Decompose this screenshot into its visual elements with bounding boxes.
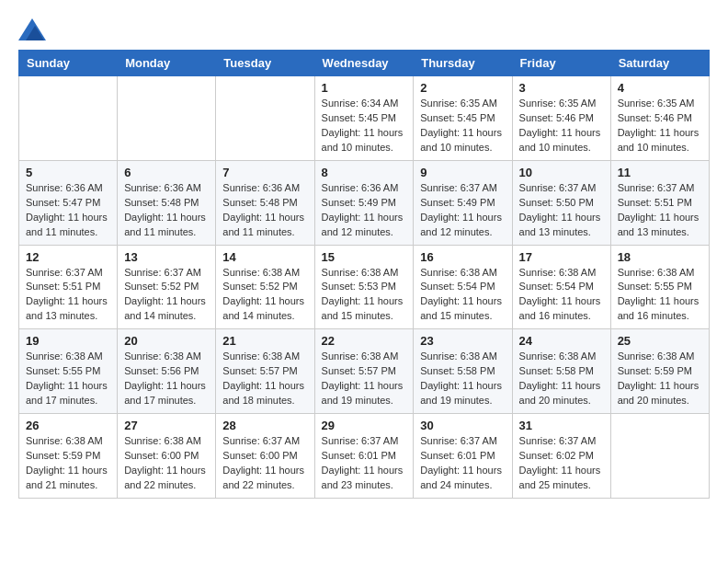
day-info: Sunrise: 6:38 AM Sunset: 5:57 PM Dayligh… [322, 350, 407, 408]
calendar-cell: 7Sunrise: 6:36 AM Sunset: 5:48 PM Daylig… [216, 160, 314, 245]
day-info: Sunrise: 6:38 AM Sunset: 5:57 PM Dayligh… [222, 350, 307, 408]
calendar-cell: 24Sunrise: 6:38 AM Sunset: 5:58 PM Dayli… [512, 329, 610, 414]
day-number: 30 [420, 419, 505, 432]
day-info: Sunrise: 6:36 AM Sunset: 5:48 PM Dayligh… [124, 181, 209, 240]
day-number: 9 [420, 166, 505, 179]
day-info: Sunrise: 6:36 AM Sunset: 5:47 PM Dayligh… [26, 181, 110, 240]
calendar-cell: 18Sunrise: 6:38 AM Sunset: 5:55 PM Dayli… [610, 245, 709, 329]
calendar-cell [19, 76, 118, 161]
calendar-cell: 20Sunrise: 6:38 AM Sunset: 5:56 PM Dayli… [118, 329, 216, 414]
calendar-cell: 31Sunrise: 6:37 AM Sunset: 6:02 PM Dayli… [512, 414, 610, 499]
day-info: Sunrise: 6:38 AM Sunset: 5:54 PM Dayligh… [519, 266, 604, 325]
day-info: Sunrise: 6:37 AM Sunset: 6:02 PM Dayligh… [519, 434, 604, 493]
day-of-week-header: Friday [512, 51, 610, 76]
day-number: 13 [124, 250, 209, 264]
day-number: 15 [322, 250, 407, 264]
day-number: 3 [519, 81, 604, 95]
day-info: Sunrise: 6:38 AM Sunset: 6:00 PM Dayligh… [124, 434, 209, 493]
day-of-week-header: Wednesday [314, 51, 414, 76]
day-info: Sunrise: 6:37 AM Sunset: 5:50 PM Dayligh… [519, 181, 604, 240]
day-of-week-header: Saturday [610, 51, 709, 76]
calendar-cell: 11Sunrise: 6:37 AM Sunset: 5:51 PM Dayli… [610, 160, 709, 245]
day-number: 16 [420, 250, 505, 264]
calendar-week-row: 12Sunrise: 6:37 AM Sunset: 5:51 PM Dayli… [19, 245, 710, 329]
logo [18, 18, 50, 40]
day-number: 22 [322, 334, 407, 348]
calendar-cell: 14Sunrise: 6:38 AM Sunset: 5:52 PM Dayli… [216, 245, 314, 329]
calendar-cell: 28Sunrise: 6:37 AM Sunset: 6:00 PM Dayli… [216, 414, 314, 499]
calendar-cell: 27Sunrise: 6:38 AM Sunset: 6:00 PM Dayli… [118, 414, 216, 499]
calendar-cell: 9Sunrise: 6:37 AM Sunset: 5:49 PM Daylig… [414, 160, 512, 245]
day-number: 24 [519, 334, 604, 348]
calendar-cell: 4Sunrise: 6:35 AM Sunset: 5:46 PM Daylig… [610, 76, 709, 161]
day-number: 28 [222, 419, 307, 432]
day-info: Sunrise: 6:34 AM Sunset: 5:45 PM Dayligh… [322, 97, 407, 155]
day-info: Sunrise: 6:35 AM Sunset: 5:45 PM Dayligh… [420, 97, 505, 155]
day-number: 2 [420, 81, 505, 95]
calendar-cell: 29Sunrise: 6:37 AM Sunset: 6:01 PM Dayli… [314, 414, 414, 499]
day-number: 21 [222, 334, 307, 348]
calendar-cell [118, 76, 216, 161]
calendar-cell: 19Sunrise: 6:38 AM Sunset: 5:55 PM Dayli… [19, 329, 118, 414]
calendar-cell: 22Sunrise: 6:38 AM Sunset: 5:57 PM Dayli… [314, 329, 414, 414]
day-info: Sunrise: 6:38 AM Sunset: 5:59 PM Dayligh… [26, 434, 110, 493]
day-number: 17 [519, 250, 604, 264]
logo-icon [18, 18, 46, 40]
calendar-cell: 13Sunrise: 6:37 AM Sunset: 5:52 PM Dayli… [118, 245, 216, 329]
calendar-cell: 8Sunrise: 6:36 AM Sunset: 5:49 PM Daylig… [314, 160, 414, 245]
page-header [18, 18, 710, 40]
day-number: 31 [519, 419, 604, 432]
calendar-cell: 12Sunrise: 6:37 AM Sunset: 5:51 PM Dayli… [19, 245, 118, 329]
day-info: Sunrise: 6:37 AM Sunset: 5:51 PM Dayligh… [26, 266, 110, 325]
calendar-cell [216, 76, 314, 161]
day-of-week-header: Monday [118, 51, 216, 76]
calendar-cell: 1Sunrise: 6:34 AM Sunset: 5:45 PM Daylig… [314, 76, 414, 161]
day-number: 5 [26, 166, 110, 179]
day-number: 12 [26, 250, 110, 264]
day-info: Sunrise: 6:37 AM Sunset: 5:52 PM Dayligh… [124, 266, 209, 325]
calendar-header-row: SundayMondayTuesdayWednesdayThursdayFrid… [19, 51, 710, 76]
day-info: Sunrise: 6:38 AM Sunset: 5:56 PM Dayligh… [124, 350, 209, 408]
calendar-week-row: 19Sunrise: 6:38 AM Sunset: 5:55 PM Dayli… [19, 329, 710, 414]
day-info: Sunrise: 6:38 AM Sunset: 5:53 PM Dayligh… [322, 266, 407, 325]
calendar-week-row: 1Sunrise: 6:34 AM Sunset: 5:45 PM Daylig… [19, 76, 710, 161]
day-info: Sunrise: 6:38 AM Sunset: 5:55 PM Dayligh… [26, 350, 110, 408]
calendar-cell: 5Sunrise: 6:36 AM Sunset: 5:47 PM Daylig… [19, 160, 118, 245]
day-number: 19 [26, 334, 110, 348]
calendar-cell: 21Sunrise: 6:38 AM Sunset: 5:57 PM Dayli… [216, 329, 314, 414]
day-number: 8 [322, 166, 407, 179]
day-info: Sunrise: 6:36 AM Sunset: 5:48 PM Dayligh… [222, 181, 307, 240]
day-info: Sunrise: 6:38 AM Sunset: 5:58 PM Dayligh… [519, 350, 604, 408]
day-number: 6 [124, 166, 209, 179]
calendar-cell: 30Sunrise: 6:37 AM Sunset: 6:01 PM Dayli… [414, 414, 512, 499]
day-info: Sunrise: 6:37 AM Sunset: 5:51 PM Dayligh… [618, 181, 702, 240]
calendar-week-row: 26Sunrise: 6:38 AM Sunset: 5:59 PM Dayli… [19, 414, 710, 499]
day-info: Sunrise: 6:38 AM Sunset: 5:58 PM Dayligh… [420, 350, 505, 408]
day-number: 18 [618, 250, 702, 264]
day-of-week-header: Thursday [414, 51, 512, 76]
calendar-cell [610, 414, 709, 499]
day-number: 11 [618, 166, 702, 179]
calendar-cell: 17Sunrise: 6:38 AM Sunset: 5:54 PM Dayli… [512, 245, 610, 329]
day-number: 4 [618, 81, 702, 95]
day-number: 23 [420, 334, 505, 348]
day-info: Sunrise: 6:37 AM Sunset: 6:01 PM Dayligh… [322, 434, 407, 493]
day-number: 10 [519, 166, 604, 179]
calendar-table: SundayMondayTuesdayWednesdayThursdayFrid… [18, 50, 710, 499]
calendar-cell: 26Sunrise: 6:38 AM Sunset: 5:59 PM Dayli… [19, 414, 118, 499]
day-number: 1 [322, 81, 407, 95]
day-of-week-header: Sunday [19, 51, 118, 76]
calendar-cell: 23Sunrise: 6:38 AM Sunset: 5:58 PM Dayli… [414, 329, 512, 414]
day-number: 29 [322, 419, 407, 432]
calendar-week-row: 5Sunrise: 6:36 AM Sunset: 5:47 PM Daylig… [19, 160, 710, 245]
day-info: Sunrise: 6:38 AM Sunset: 5:59 PM Dayligh… [618, 350, 702, 408]
calendar-cell: 25Sunrise: 6:38 AM Sunset: 5:59 PM Dayli… [610, 329, 709, 414]
day-info: Sunrise: 6:38 AM Sunset: 5:54 PM Dayligh… [420, 266, 505, 325]
calendar-cell: 3Sunrise: 6:35 AM Sunset: 5:46 PM Daylig… [512, 76, 610, 161]
day-number: 25 [618, 334, 702, 348]
day-of-week-header: Tuesday [216, 51, 314, 76]
day-number: 7 [222, 166, 307, 179]
calendar-cell: 10Sunrise: 6:37 AM Sunset: 5:50 PM Dayli… [512, 160, 610, 245]
day-number: 20 [124, 334, 209, 348]
calendar-cell: 2Sunrise: 6:35 AM Sunset: 5:45 PM Daylig… [414, 76, 512, 161]
